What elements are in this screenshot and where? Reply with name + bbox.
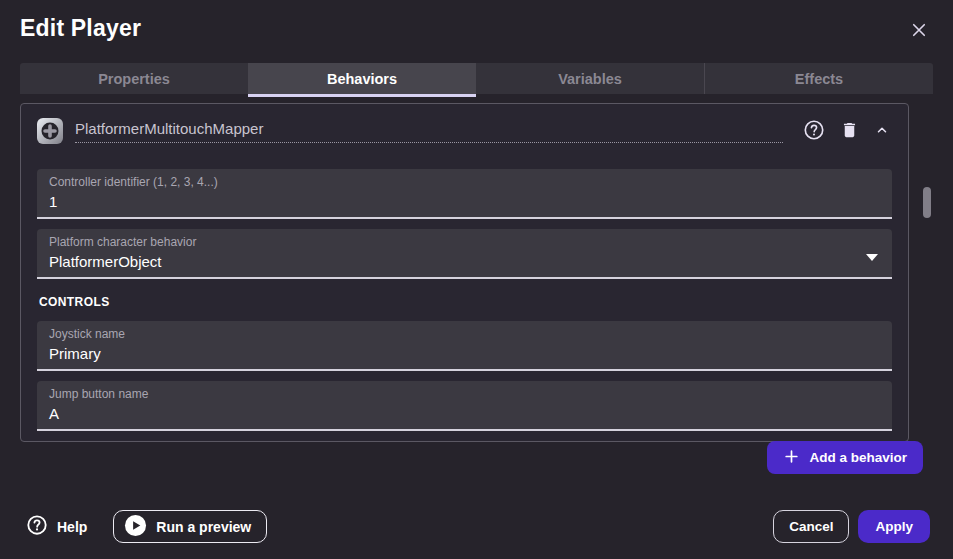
behavior-card: PlatformerMultitouchMapper — [20, 103, 909, 442]
tab-label: Behaviors — [327, 71, 397, 87]
tab-properties[interactable]: Properties — [20, 63, 248, 94]
delete-behavior-button[interactable] — [838, 118, 861, 145]
behavior-help-button[interactable] — [801, 117, 827, 146]
dialog-header: Edit Player — [0, 0, 953, 44]
behavior-card-header: PlatformerMultitouchMapper — [37, 116, 892, 146]
add-behavior-button[interactable]: Add a behavior — [767, 441, 923, 474]
behavior-fields: Controller identifier (1, 2, 3, 4...) 1 … — [37, 169, 892, 431]
close-button[interactable] — [908, 19, 930, 44]
tab-behaviors[interactable]: Behaviors — [248, 63, 476, 94]
footer-actions: Cancel Apply — [773, 505, 930, 543]
dropdown-caret-icon — [866, 247, 878, 265]
joystick-name-field[interactable]: Joystick name Primary — [37, 321, 892, 371]
run-preview-button[interactable]: Run a preview — [113, 510, 267, 543]
behavior-name-field[interactable]: PlatformerMultitouchMapper — [75, 120, 783, 143]
page-title: Edit Player — [20, 15, 141, 42]
field-label: Joystick name — [49, 327, 880, 342]
trash-icon — [840, 120, 859, 143]
collapse-behavior-button[interactable] — [872, 121, 892, 142]
help-button[interactable]: Help — [26, 510, 87, 543]
tab-variables[interactable]: Variables — [476, 63, 704, 94]
run-preview-label: Run a preview — [156, 519, 251, 535]
close-icon — [910, 27, 928, 42]
help-label: Help — [57, 519, 87, 535]
controller-identifier-field[interactable]: Controller identifier (1, 2, 3, 4...) 1 — [37, 169, 892, 219]
tab-effects[interactable]: Effects — [704, 63, 933, 94]
tab-label: Effects — [795, 71, 843, 87]
apply-label: Apply — [875, 519, 913, 534]
add-behavior-row: Add a behavior — [767, 441, 923, 474]
field-value: Primary — [49, 344, 880, 364]
tab-bar: Properties Behaviors Variables Effects — [20, 63, 933, 94]
play-icon — [124, 514, 147, 540]
field-label: Jump button name — [49, 387, 880, 402]
add-behavior-label: Add a behavior — [809, 450, 907, 465]
help-circle-icon — [26, 514, 48, 539]
plus-icon — [783, 448, 800, 468]
tab-label: Properties — [98, 71, 170, 87]
jump-button-name-field[interactable]: Jump button name A — [37, 381, 892, 431]
tab-label: Variables — [558, 71, 622, 87]
field-value: 1 — [49, 192, 880, 212]
cancel-button[interactable]: Cancel — [773, 510, 849, 543]
help-circle-icon — [803, 119, 825, 144]
gamepad-multitouch-icon — [37, 118, 63, 144]
behavior-card-actions — [801, 117, 892, 146]
field-value: PlatformerObject — [49, 252, 880, 272]
field-label: Platform character behavior — [49, 235, 880, 250]
apply-button[interactable]: Apply — [858, 510, 930, 543]
chevron-up-icon — [874, 123, 890, 140]
field-value: A — [49, 404, 880, 424]
field-label: Controller identifier (1, 2, 3, 4...) — [49, 175, 880, 190]
platform-character-behavior-select[interactable]: Platform character behavior PlatformerOb… — [37, 229, 892, 279]
footer-bar: Help Run a preview Cancel Apply — [0, 505, 953, 559]
controls-section-header: CONTROLS — [39, 295, 892, 309]
cancel-label: Cancel — [789, 519, 833, 534]
scrollbar-thumb[interactable] — [923, 187, 931, 218]
